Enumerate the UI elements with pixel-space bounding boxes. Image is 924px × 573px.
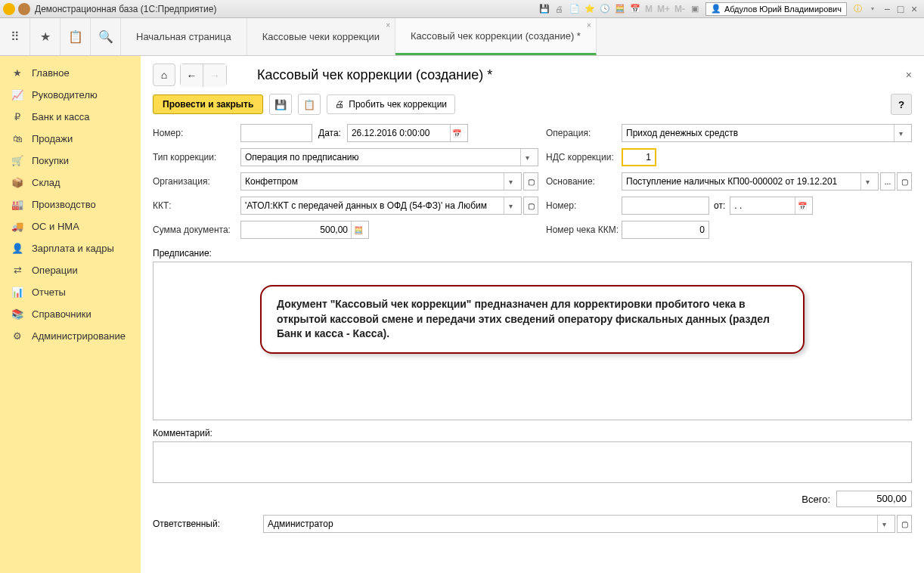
sidebar-item-operations[interactable]: ⇄Операции (0, 259, 141, 281)
sidebar-item-main[interactable]: ★Главное (0, 62, 141, 84)
chevron-down-icon[interactable]: ▾ (894, 125, 907, 141)
star-icon[interactable]: ★ (30, 18, 60, 55)
operation-select[interactable]: Приход денежных средств▾ (622, 124, 912, 142)
search-icon[interactable]: 🔍 (91, 18, 121, 55)
kkt-open-button[interactable]: ▢ (523, 197, 538, 215)
command-bar: Провести и закрыть 💾 📋 🖨Пробить чек корр… (153, 94, 912, 115)
doc-icon[interactable]: 📄 (569, 3, 581, 15)
post-close-button[interactable]: Провести и закрыть (153, 94, 263, 114)
calc-icon[interactable]: 🧮 (351, 221, 364, 238)
vat-input[interactable] (622, 148, 656, 166)
maximize-button[interactable]: □ (894, 3, 907, 15)
tab-close-icon[interactable]: × (587, 21, 591, 29)
operation-label: Операция: (546, 128, 622, 138)
help-button[interactable]: ? (891, 94, 912, 115)
responsible-open-button[interactable]: ▢ (897, 515, 912, 533)
punch-check-button[interactable]: 🖨Пробить чек коррекции (327, 94, 455, 114)
calendar-icon[interactable]: 📅 (629, 3, 641, 15)
sidebar-item-reference[interactable]: 📚Справочники (0, 303, 141, 325)
save-button[interactable]: 💾 (269, 94, 292, 115)
info-callout: Документ "Кассовый чек коррекции" предна… (260, 285, 805, 354)
kkt-select[interactable]: 'АТОЛ:ККТ с передачей данных в ОФД (54-Ф… (240, 197, 522, 215)
corr-type-select[interactable]: Операция по предписанию▾ (240, 148, 538, 166)
basis-value: Поступление наличных КП00-000002 от 19.1… (626, 176, 837, 187)
m-plus-button[interactable]: M+ (655, 4, 672, 14)
content-area: ⌂ ← → Кассовый чек коррекции (создание) … (141, 56, 924, 573)
sidebar-item-label: Покупки (32, 155, 69, 166)
sidebar-item-label: Продажи (32, 133, 73, 144)
chevron-down-icon[interactable]: ▾ (860, 173, 874, 190)
print-icon[interactable]: 🖨 (553, 3, 566, 15)
sidebar-item-admin[interactable]: ⚙Администрирование (0, 325, 141, 347)
ops-icon: ⇄ (11, 265, 24, 276)
basis-select[interactable]: Поступление наличных КП00-000002 от 19.1… (622, 172, 879, 190)
kkm-num-input[interactable] (622, 221, 709, 239)
m-button[interactable]: M (643, 4, 655, 14)
calendar-icon[interactable]: 📅 (450, 125, 464, 141)
apps-icon[interactable]: ⠿ (0, 18, 30, 55)
gear-icon: ⚙ (11, 330, 24, 342)
bag-icon: 🛍 (11, 133, 24, 144)
sidebar-item-sales[interactable]: 🛍Продажи (0, 128, 141, 150)
responsible-select[interactable]: Администратор▾ (263, 515, 895, 533)
sidebar-item-manager[interactable]: 📈Руководителю (0, 84, 141, 106)
org-select[interactable]: Конфетпром▾ (240, 172, 522, 190)
back-button[interactable]: ← (181, 64, 203, 87)
sidebar-item-label: Администрирование (32, 330, 126, 342)
tab-start[interactable]: Начальная страница (121, 18, 247, 55)
basis-num-input[interactable] (622, 197, 709, 215)
history-icon[interactable]: 🕓 (599, 3, 611, 15)
tab-check-create[interactable]: Кассовый чек коррекции (создание) * × (395, 18, 597, 55)
number-input[interactable] (240, 124, 312, 142)
calendar-icon[interactable]: 📅 (795, 197, 808, 214)
sidebar-item-bank[interactable]: ₽Банк и касса (0, 106, 141, 128)
sidebar-item-purchases[interactable]: 🛒Покупки (0, 150, 141, 172)
org-value: Конфетпром (245, 176, 298, 187)
forward-button[interactable]: → (203, 64, 226, 87)
sidebar-item-reports[interactable]: 📊Отчеты (0, 281, 141, 303)
tab-checks[interactable]: Кассовые чеки коррекции × (247, 18, 395, 55)
vat-label: НДС коррекции: (546, 152, 622, 163)
prescription-textarea[interactable]: Документ "Кассовый чек коррекции" предна… (153, 262, 912, 420)
home-button[interactable]: ⌂ (153, 63, 175, 86)
chevron-down-icon[interactable]: ▾ (877, 516, 891, 532)
sidebar-item-assets[interactable]: 🚚ОС и НМА (0, 215, 141, 237)
m-minus-button[interactable]: M- (672, 4, 687, 14)
post-button[interactable]: 📋 (298, 94, 321, 115)
calc-icon[interactable]: 🧮 (614, 3, 626, 15)
info-icon[interactable]: ⓘ (851, 3, 864, 15)
user-box[interactable]: 👤 Абдулов Юрий Владимирович (705, 2, 847, 16)
app-logo-icon (3, 3, 15, 15)
tab-close-icon[interactable]: × (386, 21, 390, 29)
clipboard-icon[interactable]: 📋 (60, 18, 91, 55)
sidebar-item-production[interactable]: 🏭Производство (0, 194, 141, 215)
total-row: Всего: 500,00 (153, 491, 912, 507)
dropdown-icon[interactable] (18, 3, 30, 15)
chevron-down-icon[interactable]: ▾ (504, 173, 517, 190)
sum-input[interactable]: 500,00🧮 (240, 221, 369, 239)
favorite-icon[interactable]: ⭐ (584, 3, 596, 15)
date-input[interactable]: 26.12.2016 0:00:00📅 (347, 124, 468, 142)
sidebar-item-hr[interactable]: 👤Зарплата и кадры (0, 237, 141, 259)
title-bar: Демонстрационная база (1С:Предприятие) 💾… (0, 0, 924, 18)
basis-ellipsis-button[interactable]: ... (880, 172, 895, 190)
bars-icon: 📊 (11, 286, 24, 298)
save-icon[interactable]: 💾 (538, 3, 550, 15)
panel-icon[interactable]: ▣ (689, 3, 701, 15)
kkt-value: 'АТОЛ:ККТ с передачей данных в ОФД (54-Ф… (245, 200, 487, 211)
sidebar-item-label: Отчеты (32, 286, 66, 298)
page-close-button[interactable]: × (906, 69, 912, 81)
chevron-down-icon[interactable]: ▾ (504, 197, 517, 214)
sidebar-item-warehouse[interactable]: 📦Склад (0, 172, 141, 194)
basis-date-input[interactable]: . .📅 (730, 197, 813, 215)
basis-open-button[interactable]: ▢ (897, 172, 912, 190)
org-open-button[interactable]: ▢ (523, 172, 538, 190)
comment-textarea[interactable] (153, 441, 912, 483)
factory-icon: 🏭 (11, 199, 24, 210)
user-name: Абдулов Юрий Владимирович (724, 5, 842, 14)
minimize-button[interactable]: − (880, 3, 894, 15)
chevron-down-icon[interactable]: ▾ (520, 149, 534, 166)
info-drop-icon[interactable]: ▾ (867, 3, 879, 15)
close-button[interactable]: × (907, 3, 921, 15)
sum-value: 500,00 (245, 225, 351, 235)
